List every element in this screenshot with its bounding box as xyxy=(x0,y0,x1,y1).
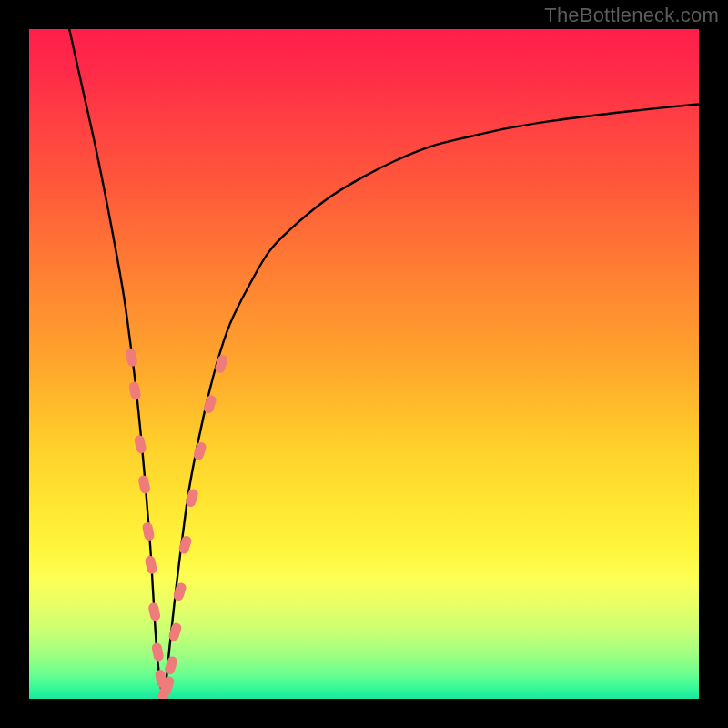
chart-frame: TheBottleneck.com xyxy=(0,0,728,728)
svg-rect-0 xyxy=(29,29,699,699)
plot-area xyxy=(29,29,699,699)
background-gradient xyxy=(29,29,699,699)
watermark-text: TheBottleneck.com xyxy=(544,4,719,27)
